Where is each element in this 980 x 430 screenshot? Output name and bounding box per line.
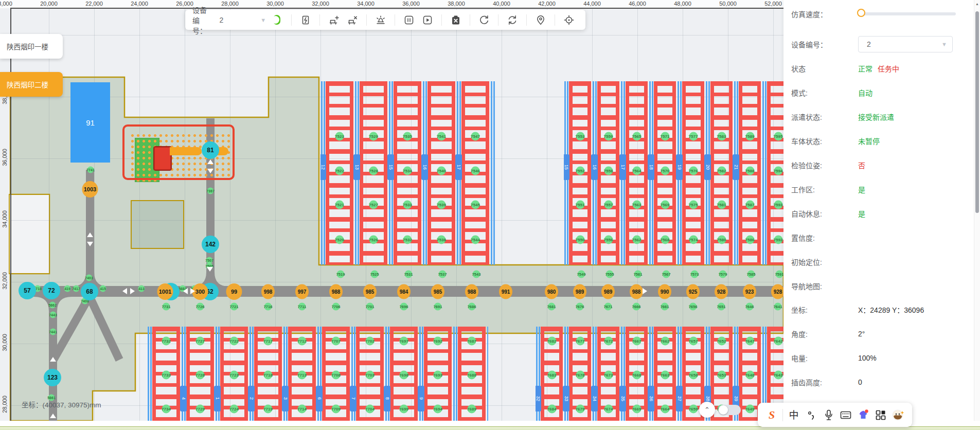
- toolbox-grid-icon[interactable]: [872, 407, 889, 423]
- aisle-number-badge[interactable]: 20: [704, 154, 711, 180]
- corridor-point-label: 7681: [548, 303, 556, 311]
- aisle-number-badge[interactable]: 4: [180, 386, 187, 411]
- map-node[interactable]: 1003: [82, 181, 98, 198]
- map-node[interactable]: 1001: [157, 283, 173, 300]
- aisle-number-badge[interactable]: 7: [350, 386, 357, 411]
- road-node[interactable]: 997: [295, 284, 309, 299]
- aisle-number-badge[interactable]: 33: [563, 386, 569, 411]
- aisle-number-badge[interactable]: 15: [564, 154, 569, 180]
- simulation-toggle[interactable]: [273, 15, 280, 25]
- location-pin-icon[interactable]: [534, 13, 547, 27]
- play-icon[interactable]: [421, 13, 434, 27]
- road-node[interactable]: 988: [630, 284, 643, 299]
- panel-scrollbar[interactable]: ▲: [974, 0, 980, 430]
- mini-toggle[interactable]: [718, 405, 741, 415]
- device-number-select[interactable]: 2▼: [858, 36, 953, 52]
- aisle-number-badge[interactable]: 34: [591, 386, 598, 411]
- road-node[interactable]: 923: [743, 284, 756, 299]
- horizontal-scroll-strip[interactable]: [0, 426, 980, 430]
- aisle-number-badge[interactable]: 18: [648, 154, 654, 180]
- aisle-number-badge[interactable]: 16: [421, 154, 428, 180]
- panel-row-16: 插齿高度:0: [783, 371, 974, 393]
- road-node[interactable]: 928: [715, 284, 728, 299]
- aisle-number-badge[interactable]: 12: [320, 154, 326, 180]
- rack-cell-label: 7663: [661, 371, 669, 380]
- road-node[interactable]: 925: [686, 284, 700, 299]
- aisle-number-badge[interactable]: 6: [316, 386, 323, 411]
- collapse-button[interactable]: ⌃: [699, 402, 715, 418]
- road-node[interactable]: 988: [329, 284, 343, 299]
- aisle-number-badge[interactable]: 3: [282, 386, 289, 411]
- aisle-number-badge[interactable]: 8: [384, 386, 390, 411]
- aisle-number-badge[interactable]: 16: [591, 154, 598, 180]
- microphone-icon[interactable]: [821, 407, 837, 423]
- pause-icon[interactable]: [402, 13, 416, 27]
- aisle-number-badge[interactable]: 32: [536, 386, 541, 411]
- aisle-number-badge[interactable]: 19: [676, 154, 683, 180]
- aisle-number-badge[interactable]: 17: [619, 154, 626, 180]
- road-node[interactable]: 998: [261, 284, 275, 299]
- punctuation-icon[interactable]: [803, 407, 819, 423]
- aisle-number-badge[interactable]: 36: [648, 386, 654, 411]
- rack-cell-label: 7707: [332, 337, 341, 346]
- chevron-down-icon[interactable]: ▼: [260, 17, 266, 23]
- chinese-mode-icon[interactable]: 中: [786, 407, 802, 423]
- aisle-number-badge[interactable]: 15: [387, 154, 394, 180]
- map-node[interactable]: 57: [19, 282, 36, 299]
- scrollbar-thumb[interactable]: [975, 11, 979, 213]
- keyboard-icon[interactable]: [838, 407, 854, 423]
- simulation-speed-slider[interactable]: [858, 12, 956, 15]
- alarm-siren-icon[interactable]: [374, 13, 387, 27]
- road-node[interactable]: 988: [465, 284, 478, 299]
- map-node[interactable]: 81: [202, 141, 219, 159]
- rack-cell-label: 7723: [230, 371, 239, 380]
- add-vehicle-icon[interactable]: [327, 13, 341, 27]
- ruler-left-label: 30,000: [2, 331, 8, 354]
- refresh-icon[interactable]: [477, 13, 491, 27]
- road-node[interactable]: 980: [545, 284, 558, 299]
- device-number-value[interactable]: 2: [219, 16, 223, 24]
- rack-cell-label: 7722: [230, 337, 239, 346]
- road-node[interactable]: 985: [363, 284, 377, 299]
- aisle-number-badge[interactable]: 21: [733, 154, 739, 180]
- map-node[interactable]: 142: [202, 236, 219, 253]
- map-node[interactable]: 72: [43, 282, 60, 299]
- road-node[interactable]: 989: [601, 284, 615, 299]
- sync-icon[interactable]: [506, 13, 519, 27]
- rack-cell-label: 7714: [298, 405, 307, 414]
- tab-floor-1[interactable]: 陕西烟印一楼: [0, 34, 63, 59]
- road-node[interactable]: 989: [573, 284, 586, 299]
- rack-cell-label: 7556: [604, 236, 613, 244]
- rack-cell-label: 7667: [632, 337, 641, 346]
- road-node[interactable]: 928: [771, 284, 783, 299]
- aisle-number-badge[interactable]: 17: [455, 154, 462, 180]
- aisle-number-badge[interactable]: 35: [619, 386, 626, 411]
- charge-station-icon[interactable]: [299, 13, 312, 27]
- skin-icon[interactable]: [855, 407, 871, 423]
- road-node[interactable]: 990: [658, 284, 671, 299]
- ai-assistant-icon[interactable]: [890, 407, 906, 423]
- aisle-number-badge[interactable]: 37: [676, 386, 683, 411]
- rack-cell-label: 7534: [403, 167, 412, 175]
- ruler-top-label: 26,000: [176, 1, 193, 7]
- remove-vehicle-icon[interactable]: [346, 13, 359, 27]
- aisle-number-badge[interactable]: 13: [353, 154, 360, 180]
- map-node[interactable]: 68: [81, 283, 98, 300]
- map-node[interactable]: 123: [44, 369, 61, 386]
- tab-floor-2[interactable]: 陕西烟印二楼: [0, 72, 63, 97]
- map-node[interactable]: 99: [226, 283, 242, 300]
- warehouse-map-canvas[interactable]: 7523752275217520752975287527752675357534…: [0, 0, 783, 430]
- aisle-number-badge[interactable]: 1: [214, 386, 221, 411]
- scroll-up-arrow-icon[interactable]: ▲: [975, 2, 979, 6]
- road-node[interactable]: 984: [397, 284, 411, 299]
- building-block[interactable]: 91: [70, 82, 110, 163]
- slider-knob[interactable]: [857, 9, 865, 17]
- road-node[interactable]: 985: [431, 284, 444, 299]
- locate-target-icon[interactable]: [562, 13, 576, 27]
- road-node[interactable]: 991: [499, 284, 512, 299]
- road-arrow-icon: [207, 267, 213, 272]
- aisle-number-badge[interactable]: 2: [248, 386, 255, 411]
- clear-tasks-icon[interactable]: [449, 13, 462, 27]
- aisle-number-badge[interactable]: 9: [418, 386, 424, 411]
- sogou-logo-icon[interactable]: S: [763, 407, 780, 423]
